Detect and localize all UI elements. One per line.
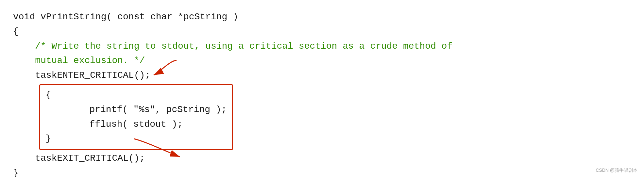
block-line-2: fflush( stdout );	[45, 117, 227, 132]
code-line-last: }	[13, 166, 631, 177]
code-comment-1: /* Write the string to stdout, using a c…	[13, 39, 631, 54]
block-close: }	[45, 132, 227, 146]
block-open: {	[45, 88, 227, 103]
code-line-enter: taskENTER_CRITICAL();	[13, 68, 631, 83]
code-comment-2: mutual exclusion. */	[13, 54, 631, 68]
highlighted-critical-section: { printf( "%s", pcString ); fflush( stdo…	[39, 84, 233, 150]
code-line-2: {	[13, 24, 631, 39]
code-line-exit: taskEXIT_CRITICAL();	[13, 151, 631, 166]
watermark: CSDN @骑牛唱剧本	[596, 167, 637, 174]
code-block: void vPrintString( const char *pcString …	[0, 0, 644, 177]
block-line-1: printf( "%s", pcString );	[45, 103, 227, 117]
code-line-1: void vPrintString( const char *pcString …	[13, 10, 631, 24]
